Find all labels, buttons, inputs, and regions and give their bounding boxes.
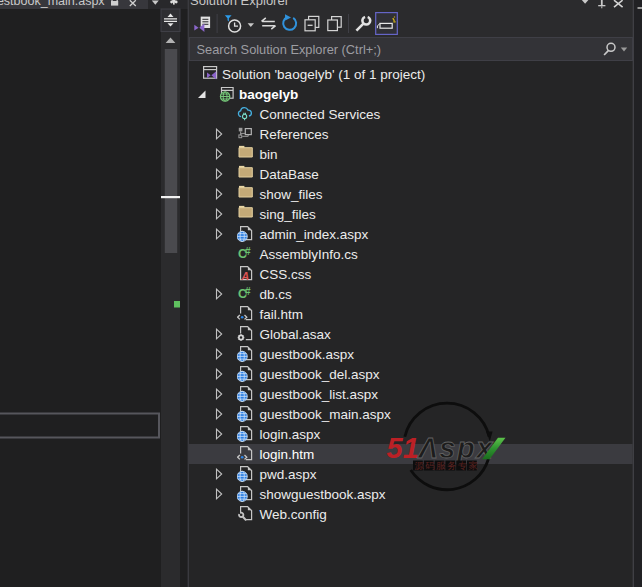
svg-text:guestbook_main.aspx: guestbook_main.aspx <box>260 407 392 422</box>
svg-text:login.aspx: login.aspx <box>260 427 321 442</box>
svg-text:admin_index.aspx: admin_index.aspx <box>260 227 369 242</box>
svg-text:db.cs: db.cs <box>260 287 293 302</box>
svg-text:guestbook_main.aspx: guestbook_main.aspx <box>0 0 105 8</box>
svg-text:Connected Services: Connected Services <box>260 107 381 122</box>
svg-text:guestbook_list.aspx: guestbook_list.aspx <box>260 387 379 402</box>
svg-text:Global.asax: Global.asax <box>260 327 332 342</box>
svg-text:login.htm: login.htm <box>260 447 315 462</box>
svg-text:guestbook.aspx: guestbook.aspx <box>260 347 355 362</box>
svg-text:源码服务专家: 源码服务专家 <box>415 460 480 471</box>
svg-text:CSS.css: CSS.css <box>260 267 312 282</box>
svg-text:AssemblyInfo.cs: AssemblyInfo.cs <box>260 247 359 262</box>
svg-text:Solution Explorer: Solution Explorer <box>190 0 290 8</box>
svg-text:show_files: show_files <box>260 187 323 202</box>
svg-text:bin: bin <box>260 147 278 162</box>
svg-text:pwd.aspx: pwd.aspx <box>260 467 317 482</box>
svg-text:sing_files: sing_files <box>260 207 317 222</box>
svg-text:DataBase: DataBase <box>260 167 319 182</box>
svg-text:showguestbook.aspx: showguestbook.aspx <box>260 487 386 502</box>
svg-text:Search Solution Explorer (Ctrl: Search Solution Explorer (Ctrl+;) <box>197 42 382 57</box>
svg-text:Solution 'baogelyb' (1 of 1 pr: Solution 'baogelyb' (1 of 1 project) <box>222 67 425 82</box>
svg-text:fail.htm: fail.htm <box>260 307 304 322</box>
svg-text:guestbook_del.aspx: guestbook_del.aspx <box>260 367 380 382</box>
svg-text:References: References <box>260 127 329 142</box>
svg-text:baogelyb: baogelyb <box>239 87 298 102</box>
svg-text:Web.config: Web.config <box>260 507 327 522</box>
